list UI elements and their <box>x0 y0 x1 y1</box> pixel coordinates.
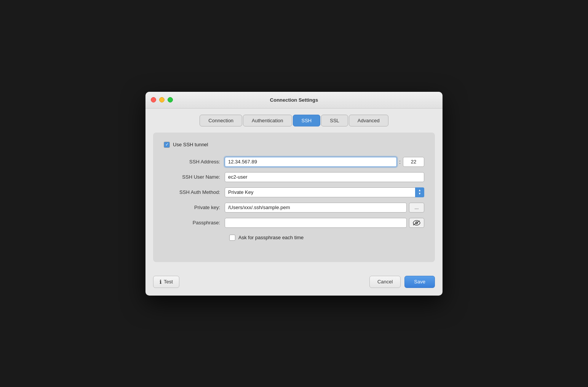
ask-passphrase-row: Ask for passphrase each time <box>164 235 424 241</box>
private-key-input[interactable] <box>225 203 407 213</box>
ssh-address-label: SSH Address: <box>164 159 225 165</box>
browse-button[interactable]: ... <box>409 203 424 213</box>
ask-passphrase-checkbox[interactable] <box>229 235 235 241</box>
ask-passphrase-label: Ask for passphrase each time <box>238 235 304 240</box>
passphrase-label: Passphrase: <box>164 220 225 225</box>
ssh-username-input[interactable] <box>225 172 424 182</box>
ssh-port-input[interactable] <box>403 157 424 167</box>
ssh-username-row: SSH User Name: <box>164 172 424 182</box>
titlebar: Connection Settings <box>145 92 443 109</box>
ssh-auth-method-label: SSH Auth Method: <box>164 189 225 195</box>
tab-advanced[interactable]: Advanced <box>349 115 388 126</box>
ssh-auth-method-control: Private Key Password ▲ ▼ <box>225 187 424 197</box>
minimize-button[interactable] <box>159 97 165 102</box>
passphrase-input[interactable] <box>225 218 407 228</box>
address-port-separator: : <box>399 159 401 165</box>
ssh-username-control <box>225 172 424 182</box>
footer: ℹ Test Cancel Save <box>145 270 443 296</box>
tab-bar: Connection Authentication SSH SSL Advanc… <box>153 115 435 126</box>
window-title: Connection Settings <box>270 97 318 103</box>
passphrase-row: Passphrase: <box>164 218 424 228</box>
use-ssh-tunnel-label: Use SSH tunnel <box>173 142 208 147</box>
traffic-lights <box>151 97 173 102</box>
test-icon: ℹ <box>160 279 161 285</box>
check-icon: ✓ <box>165 142 169 147</box>
private-key-label: Private key: <box>164 205 225 210</box>
ssh-username-label: SSH User Name: <box>164 174 225 180</box>
svg-line-1 <box>414 221 420 225</box>
connection-settings-window: Connection Settings Connection Authentic… <box>145 92 443 296</box>
tab-authentication[interactable]: Authentication <box>243 115 292 126</box>
content-area: Connection Authentication SSH SSL Advanc… <box>145 109 443 270</box>
tab-ssh[interactable]: SSH <box>293 115 321 126</box>
passphrase-control <box>225 218 424 228</box>
ssh-address-row: SSH Address: : <box>164 157 424 167</box>
eye-icon <box>413 220 420 226</box>
private-key-row: Private key: ... <box>164 203 424 213</box>
maximize-button[interactable] <box>168 97 173 102</box>
ssh-panel: ✓ Use SSH tunnel SSH Address: : <box>153 133 435 262</box>
ssh-address-input-group: : <box>225 157 424 167</box>
close-button[interactable] <box>151 97 156 102</box>
private-key-control: ... <box>225 203 424 213</box>
cancel-button[interactable]: Cancel <box>369 276 401 288</box>
ssh-auth-method-select-wrapper: Private Key Password ▲ ▼ <box>225 187 424 197</box>
test-button-label: Test <box>164 279 173 285</box>
test-button[interactable]: ℹ Test <box>153 276 179 288</box>
ssh-auth-method-select[interactable]: Private Key Password <box>225 187 424 197</box>
use-ssh-tunnel-row: ✓ Use SSH tunnel <box>164 142 424 148</box>
tab-ssl[interactable]: SSL <box>321 115 348 126</box>
right-buttons: Cancel Save <box>369 276 435 288</box>
ssh-address-control: : <box>225 157 424 167</box>
save-button[interactable]: Save <box>404 276 435 288</box>
passphrase-input-group <box>225 218 424 228</box>
tab-connection[interactable]: Connection <box>200 115 242 126</box>
use-ssh-tunnel-checkbox[interactable]: ✓ <box>164 142 170 148</box>
private-key-input-group: ... <box>225 203 424 213</box>
form-fields: SSH Address: : SSH User Name: <box>164 157 424 241</box>
toggle-passphrase-button[interactable] <box>409 218 424 228</box>
ssh-address-input[interactable] <box>225 157 397 167</box>
ssh-auth-method-row: SSH Auth Method: Private Key Password ▲ … <box>164 187 424 197</box>
